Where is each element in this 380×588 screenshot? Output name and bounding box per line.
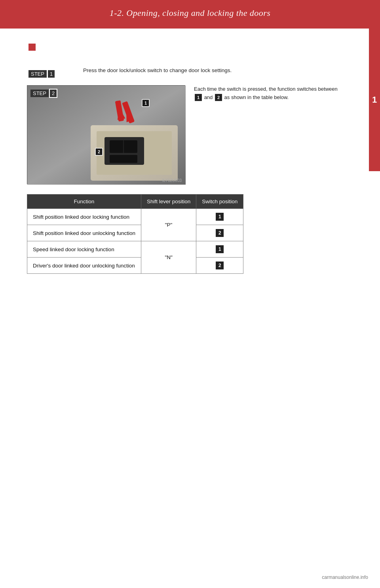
svg-text:1: 1 [144, 101, 147, 105]
step2-and: and [204, 94, 214, 100]
step2-description-text: Each time the switch is pressed, the fun… [194, 86, 338, 92]
svg-text:ILY12U003: ILY12U003 [162, 178, 182, 183]
table-row: Speed linked door locking function "N" 1 [27, 241, 243, 258]
switch-badge-1a: 1 [216, 213, 224, 221]
step2-badge1: 1 [195, 94, 202, 101]
page-title: 1-2. Opening, closing and locking the do… [0, 8, 380, 18]
table-row: Driver's door linked door unlocking func… [27, 258, 243, 274]
switch-cell-1b: 2 [196, 225, 243, 241]
switch-cell-2a: 1 [196, 241, 243, 258]
function-table: Function Shift lever position Switch pos… [27, 194, 243, 274]
page-number: 1 [372, 95, 377, 105]
page-sidebar: 1 [369, 29, 380, 171]
function-cell-1: Shift position linked door locking funct… [27, 209, 141, 225]
svg-text:2: 2 [98, 149, 100, 154]
section-indicator [28, 44, 36, 51]
step1-label: STEP [28, 70, 47, 78]
shift-cell-n: "N" [141, 241, 196, 274]
function-cell-2: Shift position linked door unlocking fun… [27, 225, 141, 241]
switch-cell-1a: 1 [196, 209, 243, 225]
watermark: carmanualsonline.info [322, 575, 368, 580]
table-header-switch: Switch position [196, 195, 243, 209]
svg-rect-6 [110, 155, 137, 163]
table-header-shift: Shift lever position [141, 195, 196, 209]
step2-description2: as shown in the table below. [224, 94, 289, 100]
step1-description: Press the door lock/unlock switch to cha… [83, 67, 340, 74]
function-cell-3: Speed linked door locking function [27, 241, 141, 258]
switch-cell-2b: 2 [196, 258, 243, 274]
switch-badge-1b: 2 [216, 229, 224, 237]
table-row: Shift position linked door unlocking fun… [27, 225, 243, 241]
step1-badge: STEP 1 [28, 69, 55, 78]
table-row: Shift position linked door locking funct… [27, 209, 243, 225]
switch-badge-2a: 1 [216, 245, 224, 253]
switch-badge-2b: 2 [216, 262, 224, 269]
step2-text: Each time the switch is pressed, the fun… [194, 85, 340, 102]
step2-image: STEP 2 [27, 85, 185, 184]
table-header-function: Function [27, 195, 141, 209]
function-cell-4: Driver's door linked door unlocking func… [27, 258, 141, 274]
door-illustration: 1 2 ILY12U003 [27, 86, 186, 185]
step2-badge2: 2 [215, 94, 222, 101]
step2-label: STEP [30, 90, 49, 97]
step2-number: 2 [49, 89, 57, 98]
step1-number: 1 [47, 69, 55, 78]
shift-cell-p: "P" [141, 209, 196, 241]
step2-badge: STEP 2 [30, 89, 57, 98]
